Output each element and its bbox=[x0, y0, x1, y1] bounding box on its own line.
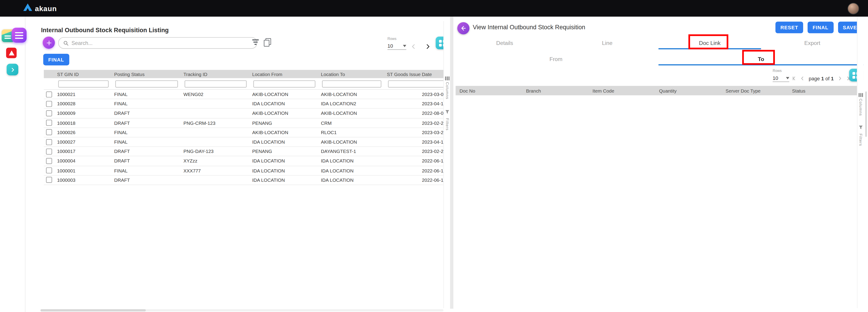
table-row[interactable]: 1000017 DRAFT PNG-DAY-123 PENANG DAYANGT… bbox=[44, 147, 444, 157]
search-input[interactable] bbox=[71, 40, 252, 46]
next-page-button[interactable] bbox=[837, 74, 843, 84]
first-page-button[interactable] bbox=[792, 74, 798, 84]
next-page-button[interactable] bbox=[425, 42, 431, 52]
row-checkbox[interactable] bbox=[46, 101, 52, 107]
cell-posting-status: FINAL bbox=[112, 168, 181, 173]
cell-location-to: IDA LOCATION2 bbox=[319, 101, 385, 107]
tab-doc-link[interactable]: Doc Link bbox=[658, 36, 761, 50]
columns-button[interactable]: Columns bbox=[444, 77, 451, 99]
cell-location-from: IDA LOCATION bbox=[250, 101, 318, 107]
menu-list-icon[interactable] bbox=[11, 28, 27, 42]
rows-per-page-select[interactable]: 10 bbox=[773, 74, 789, 82]
row-checkbox[interactable] bbox=[46, 139, 52, 145]
vertical-scrollbar[interactable] bbox=[865, 91, 867, 137]
col-header-branch[interactable]: Branch bbox=[522, 88, 589, 93]
caret-down-icon bbox=[786, 77, 789, 79]
filters-button[interactable]: Filters bbox=[444, 107, 451, 131]
table-row[interactable]: 1000028 FINAL IDA LOCATION IDA LOCATION2… bbox=[44, 100, 444, 109]
cell-location-from: AKIB-LOCATION bbox=[250, 130, 318, 135]
columns-button[interactable]: Columns bbox=[858, 93, 864, 116]
subtab-from[interactable]: From bbox=[454, 52, 658, 65]
add-button[interactable] bbox=[43, 36, 55, 49]
search-box bbox=[58, 37, 257, 49]
cell-location-from: PENANG bbox=[250, 149, 318, 154]
col-header-status[interactable]: Status bbox=[788, 88, 855, 93]
col-header-st-gin-id[interactable]: ST GIN ID bbox=[55, 71, 112, 77]
cell-location-to: AKIB-LOCATION bbox=[319, 139, 385, 145]
cell-st-gin-id: 1000003 bbox=[55, 177, 112, 183]
table-row[interactable]: 1000003 DRAFT IDA LOCATION IDA LOCATION … bbox=[44, 175, 444, 185]
cell-st-goods-issue-date: 2023-04-1 bbox=[384, 101, 444, 107]
row-checkbox[interactable] bbox=[46, 91, 52, 97]
horizontal-scrollbar[interactable] bbox=[40, 309, 443, 312]
col-header-location-from[interactable]: Location From bbox=[250, 71, 318, 77]
cell-st-gin-id: 1000004 bbox=[55, 158, 112, 164]
filter-input-st-gin-id[interactable] bbox=[58, 80, 108, 88]
cell-location-from: AKIB-LOCATION bbox=[250, 91, 318, 97]
row-checkbox[interactable] bbox=[46, 148, 52, 154]
row-checkbox[interactable] bbox=[46, 129, 52, 136]
cell-st-gin-id: 1000017 bbox=[55, 149, 112, 154]
col-header-quantity[interactable]: Quantity bbox=[655, 88, 721, 93]
table-row[interactable]: 1000001 FINAL XXX777 IDA LOCATION IDA LO… bbox=[44, 166, 444, 175]
table-row[interactable]: 1000009 DRAFT AKIB-LOCATION AKIB-LOCATIO… bbox=[44, 109, 444, 118]
right-table-side-strip: Columns Filters bbox=[857, 17, 864, 308]
cell-posting-status: DRAFT bbox=[112, 111, 181, 116]
final-filter-button[interactable]: FINAL bbox=[43, 54, 69, 65]
filters-button[interactable]: Filters bbox=[858, 122, 864, 146]
filter-input-location-to[interactable] bbox=[322, 80, 381, 88]
expand-sidebar-button[interactable] bbox=[7, 64, 18, 75]
prev-page-button[interactable] bbox=[410, 42, 417, 52]
reset-button[interactable]: RESET bbox=[775, 22, 803, 33]
tab-details[interactable]: Details bbox=[454, 36, 556, 50]
col-header-server-doc-type[interactable]: Server Doc Type bbox=[722, 88, 788, 93]
cell-posting-status: FINAL bbox=[112, 139, 181, 145]
row-checkbox[interactable] bbox=[46, 158, 52, 164]
detail-actions: RESET FINAL SAVE bbox=[775, 22, 862, 33]
tab-line[interactable]: Line bbox=[556, 36, 658, 50]
detail-tabs: Details Line Doc Link Export bbox=[454, 36, 864, 50]
col-header-doc-no[interactable]: Doc No bbox=[456, 88, 522, 93]
row-checkbox[interactable] bbox=[46, 167, 52, 174]
row-checkbox[interactable] bbox=[46, 110, 52, 116]
cell-st-goods-issue-date: 2022-06-1 bbox=[384, 168, 444, 173]
panel-divider bbox=[450, 17, 454, 309]
cell-location-from: PENANG bbox=[250, 120, 318, 125]
table-row[interactable]: 1000018 DRAFT PNG-CRM-123 PENANG CRM 202… bbox=[44, 118, 444, 128]
col-header-location-to[interactable]: Location To bbox=[319, 71, 385, 77]
table-row[interactable]: 1000026 FINAL AKIB-LOCATION RLOC1 2023-0… bbox=[44, 128, 444, 138]
table-row[interactable]: 1000027 FINAL IDA LOCATION AKIB-LOCATION… bbox=[44, 138, 444, 147]
rows-label: Rows bbox=[388, 36, 406, 40]
topbar: akaun bbox=[0, 0, 868, 17]
tab-export[interactable]: Export bbox=[761, 36, 864, 50]
rows-per-page-select[interactable]: 10 bbox=[388, 42, 406, 50]
cell-st-gin-id: 1000018 bbox=[55, 120, 112, 125]
col-header-st-goods-issue-date[interactable]: ST Goods Issue Date bbox=[384, 71, 444, 77]
cell-st-gin-id: 1000027 bbox=[55, 139, 112, 145]
back-button[interactable] bbox=[457, 22, 470, 34]
page-title: Internal Outbound Stock Requisition List… bbox=[41, 27, 169, 33]
rows-label: Rows bbox=[773, 69, 789, 73]
requisition-table: ST GIN ID Posting Status Tracking ID Loc… bbox=[44, 70, 444, 185]
filter-list-icon[interactable] bbox=[252, 39, 259, 45]
filter-input-tracking-id[interactable] bbox=[185, 80, 247, 88]
prev-page-button[interactable] bbox=[799, 74, 805, 84]
cell-tracking-id: WENG02 bbox=[181, 91, 250, 97]
row-checkbox[interactable] bbox=[46, 177, 52, 183]
user-avatar[interactable] bbox=[847, 2, 859, 14]
final-button[interactable]: FINAL bbox=[808, 22, 834, 33]
col-header-posting-status[interactable]: Posting Status bbox=[112, 71, 181, 77]
subtab-to[interactable]: To bbox=[658, 52, 864, 65]
cell-st-gin-id: 1000021 bbox=[55, 91, 112, 97]
pdf-icon[interactable] bbox=[6, 48, 17, 58]
copy-icon[interactable] bbox=[264, 38, 270, 46]
cell-location-from: IDA LOCATION bbox=[250, 168, 318, 173]
filter-input-location-from[interactable] bbox=[253, 80, 315, 88]
table-row[interactable]: 1000004 DRAFT XYZzz IDA LOCATION IDA LOC… bbox=[44, 157, 444, 166]
col-header-tracking-id[interactable]: Tracking ID bbox=[181, 71, 250, 77]
row-checkbox[interactable] bbox=[46, 120, 52, 126]
table-row[interactable]: 1000021 FINAL WENG02 AKIB-LOCATION AKIB-… bbox=[44, 90, 444, 100]
filter-input-st-goods-issue-date[interactable] bbox=[388, 80, 444, 88]
col-header-item-code[interactable]: Item Code bbox=[589, 88, 655, 93]
filter-input-posting-status[interactable] bbox=[115, 80, 178, 88]
